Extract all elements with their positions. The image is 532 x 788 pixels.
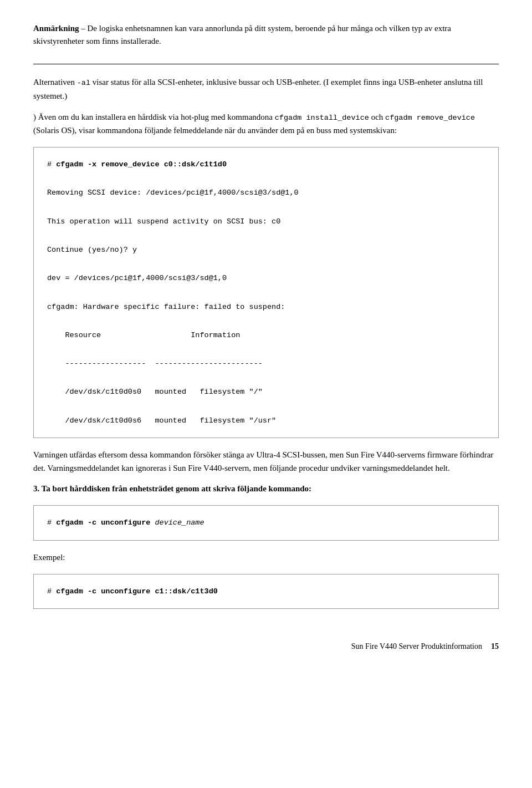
step-3: 3. Ta bort hårddisken från enhetsträdet …: [33, 482, 499, 495]
paragraph-2-text: ) Även om du kan installera en hårddisk …: [33, 113, 475, 135]
exempel-label: Exempel:: [33, 551, 499, 564]
code-block-3: # cfgadm -c unconfigure c1::dsk/c1t3d0: [33, 574, 499, 609]
step-3-heading: 3. Ta bort hårddisken från enhetsträdet …: [33, 482, 499, 495]
step-3-text: Ta bort hårddisken från enhetsträdet gen…: [39, 484, 311, 493]
footer-text: Sun Fire V440 Server Produktinformation: [351, 642, 482, 651]
anmarkning-text: – De logiska enhetsnamnen kan vara annor…: [33, 24, 451, 45]
warning-paragraph: Varningen utfärdas eftersom dessa komman…: [33, 448, 499, 475]
footer-page: 15: [491, 642, 499, 651]
code-block-3-line1: # cfgadm -c unconfigure c1::dsk/c1t3d0: [47, 587, 218, 596]
code-block-2: # cfgadm -c unconfigure device_name: [33, 505, 499, 541]
footer: Sun Fire V440 Server Produktinformation …: [33, 642, 499, 651]
step-number: 3.: [33, 484, 39, 493]
code-block-1: # cfgadm -x remove_device c0::dsk/c1t1d0…: [33, 147, 499, 438]
code-block-2-line1: # cfgadm -c unconfigure device_name: [47, 518, 204, 527]
page-content: Anmärkning – De logiska enhetsnamnen kan…: [33, 22, 499, 651]
paragraph-1-text: Alternativen -al visar status för alla S…: [33, 78, 483, 100]
paragraph-1: Alternativen -al visar status för alla S…: [33, 75, 499, 103]
code-line-cmd: # cfgadm -x remove_device c0::dsk/c1t1d0…: [47, 160, 299, 425]
anmarkning-paragraph: Anmärkning – De logiska enhetsnamnen kan…: [33, 22, 499, 47]
anmarkning-label: Anmärkning: [33, 24, 79, 33]
paragraph-2: ) Även om du kan installera en hårddisk …: [33, 110, 499, 138]
anmarkning-block: Anmärkning – De logiska enhetsnamnen kan…: [33, 22, 499, 64]
